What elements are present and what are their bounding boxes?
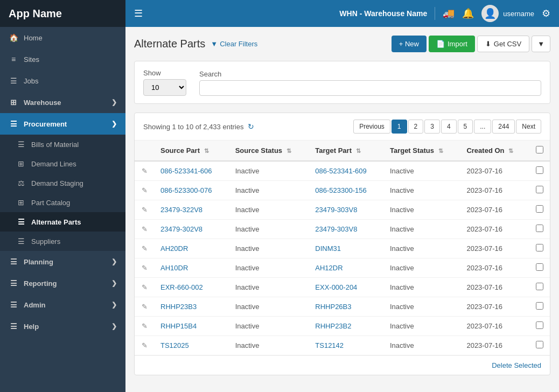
new-button[interactable]: + New bbox=[392, 36, 427, 52]
page-5-button[interactable]: 5 bbox=[458, 120, 473, 134]
source-part-cell-0[interactable]: 086-523341-606 bbox=[154, 161, 229, 181]
clear-filters-button[interactable]: ▼ Clear Filters bbox=[211, 40, 257, 48]
row-checkbox-5[interactable] bbox=[536, 263, 543, 271]
edit-icon-4[interactable]: ✎ bbox=[142, 244, 148, 253]
sidebar-item-part-catalog[interactable]: ⊞ Part Catalog bbox=[0, 193, 125, 212]
source-part-cell-3[interactable]: 23479-302V8 bbox=[154, 220, 229, 239]
source-part-cell-8[interactable]: RHHP15B4 bbox=[154, 317, 229, 336]
source-status-cell-8: Inactive bbox=[229, 317, 309, 336]
page-ellipsis-button[interactable]: ... bbox=[474, 120, 491, 134]
sidebar-section-help[interactable]: ☰ Help ❯ bbox=[0, 316, 125, 337]
checkbox-cell-8 bbox=[529, 317, 550, 336]
page-4-button[interactable]: 4 bbox=[441, 120, 457, 134]
sidebar-section-planning[interactable]: ☰ Planning ❯ bbox=[0, 251, 125, 272]
sort-target-part-icon[interactable]: ⇅ bbox=[356, 148, 361, 154]
sidebar-item-suppliers[interactable]: ☰ Suppliers bbox=[0, 232, 125, 251]
row-checkbox-4[interactable] bbox=[536, 244, 543, 251]
edit-icon-8[interactable]: ✎ bbox=[142, 322, 148, 330]
sidebar-section-reporting[interactable]: ☰ Reporting ❯ bbox=[0, 272, 125, 294]
edit-icon-6[interactable]: ✎ bbox=[142, 283, 148, 291]
target-part-cell-7[interactable]: RHHP26B3 bbox=[309, 297, 383, 317]
sidebar-item-sites[interactable]: ≡ Sites bbox=[0, 48, 125, 70]
checkbox-cell-0 bbox=[529, 161, 550, 181]
row-checkbox-3[interactable] bbox=[536, 225, 543, 232]
target-part-cell-4[interactable]: DINM31 bbox=[309, 239, 383, 258]
edit-icon-0[interactable]: ✎ bbox=[142, 167, 148, 175]
csv-dropdown-button[interactable]: ▼ bbox=[532, 36, 550, 52]
target-part-cell-5[interactable]: AH12DR bbox=[309, 258, 383, 278]
previous-button[interactable]: Previous bbox=[353, 120, 390, 134]
edit-icon-5[interactable]: ✎ bbox=[142, 264, 148, 272]
page-2-button[interactable]: 2 bbox=[408, 120, 424, 134]
hamburger-icon[interactable]: ☰ bbox=[134, 8, 143, 19]
refresh-icon[interactable]: ↻ bbox=[248, 122, 254, 131]
sidebar-item-alternate-parts[interactable]: ☰ Alternate Parts bbox=[0, 212, 125, 232]
source-part-cell-9[interactable]: TS12025 bbox=[154, 336, 229, 355]
get-csv-button[interactable]: ⬇ Get CSV bbox=[477, 36, 529, 52]
sidebar-section-admin[interactable]: ☰ Admin ❯ bbox=[0, 294, 125, 316]
created-on-cell-8: 2023-07-16 bbox=[460, 317, 529, 336]
edit-icon-7[interactable]: ✎ bbox=[142, 303, 148, 311]
row-checkbox-0[interactable] bbox=[536, 166, 543, 174]
search-input[interactable] bbox=[199, 80, 541, 96]
edit-cell-9: ✎ bbox=[135, 336, 154, 355]
row-checkbox-1[interactable] bbox=[536, 186, 543, 193]
settings-icon[interactable]: ⚙ bbox=[542, 8, 550, 19]
edit-cell-3: ✎ bbox=[135, 220, 154, 239]
row-checkbox-7[interactable] bbox=[536, 302, 543, 310]
warehouse-name-label: WHN - Warehouse Name bbox=[339, 9, 427, 18]
target-part-cell-3[interactable]: 23479-303V8 bbox=[309, 220, 383, 239]
target-part-cell-9[interactable]: TS12142 bbox=[309, 336, 383, 355]
sidebar-item-bills-of-material[interactable]: ☰ Bills of Material bbox=[0, 135, 125, 154]
page-3-button[interactable]: 3 bbox=[424, 120, 440, 134]
created-on-cell-5: 2023-07-16 bbox=[460, 258, 529, 278]
target-part-cell-8[interactable]: RHHP23B2 bbox=[309, 317, 383, 336]
edit-icon-1[interactable]: ✎ bbox=[142, 186, 148, 194]
truck-icon[interactable]: 🚚 bbox=[443, 8, 455, 19]
sort-target-status-icon[interactable]: ⇅ bbox=[438, 148, 443, 154]
sort-source-part-icon[interactable]: ⇅ bbox=[204, 148, 209, 154]
source-part-cell-6[interactable]: EXR-660-002 bbox=[154, 278, 229, 297]
sort-created-on-icon[interactable]: ⇅ bbox=[508, 148, 513, 154]
target-part-cell-2[interactable]: 23479-303V8 bbox=[309, 200, 383, 220]
delete-selected-button[interactable]: Delete Selected bbox=[492, 361, 541, 369]
import-button[interactable]: 📄 Import bbox=[429, 36, 475, 52]
source-part-cell-4[interactable]: AH20DR bbox=[154, 239, 229, 258]
edit-icon-2[interactable]: ✎ bbox=[142, 206, 148, 214]
sidebar-item-jobs[interactable]: ☰ Jobs bbox=[0, 70, 125, 92]
sidebar-item-alternate-parts-label: Alternate Parts bbox=[31, 218, 81, 226]
edit-icon-3[interactable]: ✎ bbox=[142, 225, 148, 233]
row-checkbox-6[interactable] bbox=[536, 283, 543, 290]
reporting-icon: ☰ bbox=[9, 279, 18, 288]
checkbox-cell-1 bbox=[529, 181, 550, 200]
user-area[interactable]: 👤 username bbox=[481, 5, 534, 22]
sidebar-item-demand-staging[interactable]: ⚖ Demand Staging bbox=[0, 173, 125, 193]
table-info-text: Showing 1 to 10 of 2,433 entries ↻ bbox=[143, 122, 254, 131]
source-part-cell-2[interactable]: 23479-322V8 bbox=[154, 200, 229, 220]
bell-icon[interactable]: 🔔 bbox=[462, 8, 474, 19]
sidebar-section-procurement[interactable]: ☰ Procurement ❯ bbox=[0, 113, 125, 135]
show-select[interactable]: 10 25 50 100 bbox=[143, 79, 186, 96]
target-part-cell-0[interactable]: 086-523341-609 bbox=[309, 161, 383, 181]
sidebar-item-demand-lines[interactable]: ⊞ Demand Lines bbox=[0, 154, 125, 173]
target-part-cell-1[interactable]: 086-523300-156 bbox=[309, 181, 383, 200]
source-part-cell-7[interactable]: RHHP23B3 bbox=[154, 297, 229, 317]
select-all-checkbox[interactable] bbox=[536, 146, 543, 153]
row-checkbox-9[interactable] bbox=[536, 341, 543, 348]
created-on-cell-2: 2023-07-16 bbox=[460, 200, 529, 220]
source-status-cell-6: Inactive bbox=[229, 278, 309, 297]
row-checkbox-2[interactable] bbox=[536, 205, 543, 213]
search-label: Search bbox=[199, 70, 541, 78]
target-status-cell-5: Inactive bbox=[383, 258, 460, 278]
sidebar-section-warehouse[interactable]: ⊞ Warehouse ❯ bbox=[0, 92, 125, 113]
page-244-button[interactable]: 244 bbox=[492, 120, 515, 134]
source-part-cell-5[interactable]: AH10DR bbox=[154, 258, 229, 278]
page-1-button[interactable]: 1 bbox=[392, 120, 407, 134]
next-button[interactable]: Next bbox=[516, 120, 541, 134]
source-part-cell-1[interactable]: 086-523300-076 bbox=[154, 181, 229, 200]
target-part-cell-6[interactable]: EXX-000-204 bbox=[309, 278, 383, 297]
edit-icon-9[interactable]: ✎ bbox=[142, 341, 148, 349]
sidebar-item-home[interactable]: 🏠 Home bbox=[0, 27, 125, 48]
row-checkbox-8[interactable] bbox=[536, 321, 543, 329]
sort-source-status-icon[interactable]: ⇅ bbox=[287, 148, 291, 154]
